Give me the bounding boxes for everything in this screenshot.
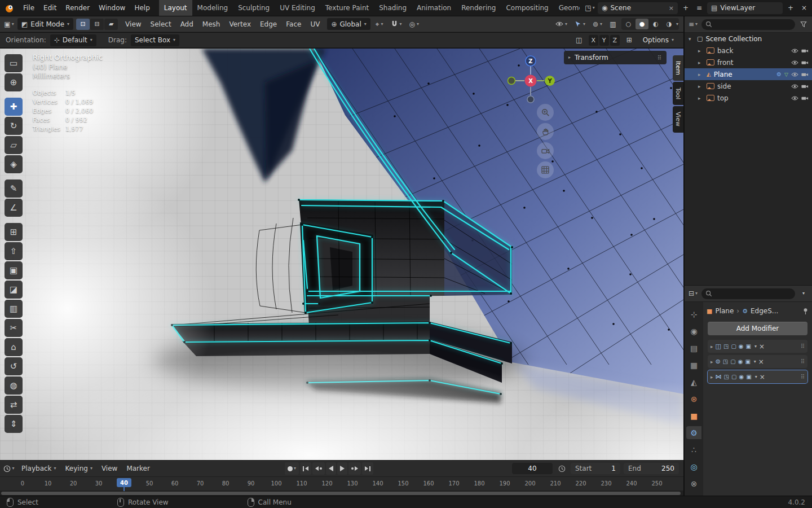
pin-icon[interactable] [802, 308, 809, 315]
rendered-shading-button[interactable]: ◑ [663, 19, 676, 29]
object-visibility-dropdown[interactable]: ▾ [553, 18, 570, 30]
render-visibility-toggle[interactable] [801, 84, 809, 89]
loop-cut-tool[interactable]: ▥ [5, 300, 23, 318]
delete-modifier-button[interactable]: × [759, 343, 765, 351]
hide-toggle[interactable] [791, 60, 798, 65]
pan-button[interactable] [537, 123, 554, 140]
modifier-editmode-toggle[interactable]: ▢ [731, 374, 736, 380]
modifier-render-toggle[interactable]: ▣ [746, 343, 751, 349]
render-visibility-toggle[interactable] [801, 72, 809, 77]
drag-mode-dropdown[interactable]: Select Box ▾ [131, 34, 179, 46]
workspace-tab-rendering[interactable]: Rendering [456, 0, 501, 16]
menu-edge[interactable]: Edge [255, 16, 281, 32]
expand-icon[interactable]: ▸ [710, 344, 713, 349]
hide-toggle[interactable] [791, 84, 798, 89]
modifier-on-cage-toggle[interactable]: ◳ [723, 343, 729, 349]
knife-tool[interactable]: ✂ [5, 319, 23, 337]
view-layer-tab[interactable]: ▦ [686, 358, 701, 371]
properties-search-input[interactable] [701, 288, 795, 299]
options-dropdown[interactable]: Options ▾ [639, 34, 678, 46]
inset-faces-tool[interactable]: ▣ [5, 261, 23, 279]
shrink-fatten-tool[interactable]: ⇕ [5, 415, 23, 433]
render-visibility-toggle[interactable] [801, 48, 809, 54]
gizmos-dropdown[interactable]: ▾ [572, 18, 588, 30]
expand-icon[interactable]: ▸ [698, 60, 704, 65]
hide-toggle[interactable] [791, 48, 798, 54]
next-keyframe-button[interactable] [348, 462, 361, 475]
proportional-editing-toggle[interactable]: ◎▾ [407, 18, 422, 30]
modifier-editmode-toggle[interactable]: ▢ [731, 343, 736, 349]
face-select-mode[interactable]: ▰ [104, 19, 118, 30]
end-frame-field[interactable]: End 250 [624, 463, 679, 474]
menu-mesh[interactable]: Mesh [198, 16, 225, 32]
outliner-item-scene-collection[interactable]: ▾ ▢ Scene Collection [685, 33, 812, 45]
poly-build-tool[interactable]: ⌂ [5, 338, 23, 356]
overlays-dropdown[interactable]: ⊚▾ [590, 18, 604, 30]
transform-tool[interactable]: ◈ [5, 155, 23, 173]
play-button[interactable] [337, 462, 347, 475]
new-viewlayer-button[interactable]: + [785, 2, 796, 14]
outliner-item-side[interactable]: ▸side [685, 80, 812, 92]
transform-panel-header[interactable]: ▸ Transform ⠿ [564, 51, 667, 64]
orientation-dropdown[interactable]: ⊹ Default ▾ [50, 34, 96, 46]
mirror-axis-y[interactable]: Y [599, 35, 609, 46]
menu-face[interactable]: Face [281, 16, 306, 32]
modifier-realtime-toggle[interactable]: ◉ [738, 358, 743, 365]
modifier-row-1[interactable]: ▸◫◳▢◉▣▾×⠿ [708, 340, 807, 353]
menu-select[interactable]: Select [146, 16, 176, 32]
render-visibility-toggle[interactable] [801, 60, 809, 65]
move-tool[interactable]: ✚ [5, 98, 23, 116]
modifier-render-toggle[interactable]: ▣ [746, 374, 751, 380]
modifier-render-toggle[interactable]: ▣ [745, 358, 750, 365]
tab-tool[interactable]: Tool [673, 82, 683, 105]
timeline-editor-icon[interactable]: ▾ [3, 463, 15, 474]
menu-edit[interactable]: Edit [39, 0, 61, 16]
scene-selector[interactable]: ◉ Scene × [598, 2, 678, 14]
jump-to-start-button[interactable] [300, 462, 311, 475]
jump-to-end-button[interactable] [362, 462, 373, 475]
outliner-item-front[interactable]: ▸front [685, 56, 812, 68]
measure-tool[interactable]: ∠ [5, 199, 23, 217]
timeline-menu-playback[interactable]: Playback▾ [17, 461, 61, 476]
navigation-gizmo[interactable]: Z X Y [505, 50, 557, 106]
mirror-axis-z[interactable]: Z [610, 35, 620, 46]
neg-y-axis-handle[interactable] [508, 77, 515, 85]
expand-icon[interactable]: ▸ [698, 95, 704, 101]
mirror-axis-x[interactable]: X [589, 35, 598, 46]
physics-tab[interactable]: ◎ [686, 460, 701, 473]
outliner-editor-icon[interactable]: ≡▾ [687, 19, 699, 30]
outliner-item-top[interactable]: ▸top [685, 92, 812, 104]
breadcrumb-object[interactable]: Plane [715, 307, 734, 315]
workspace-tab-modeling[interactable]: Modeling [192, 0, 233, 16]
scrollbar-handle[interactable] [1, 492, 681, 495]
particles-tab[interactable]: ∴ [686, 443, 701, 456]
transform-orientation-selector[interactable]: ⊕ Global ▾ [327, 18, 370, 30]
timeline-menu-marker[interactable]: Marker [122, 461, 154, 476]
pivot-point-selector[interactable]: ⌖▾ [373, 18, 386, 30]
render-tab[interactable]: ◉ [686, 325, 701, 338]
object-tab[interactable]: ■ [686, 409, 701, 422]
tab-view[interactable]: View [673, 106, 683, 132]
bevel-tool[interactable]: ◪ [5, 281, 23, 299]
wireframe-shading-button[interactable]: ○ [622, 19, 635, 29]
modifier-editmode-toggle[interactable]: ▢ [730, 358, 735, 365]
expand-icon[interactable]: ▾ [689, 36, 694, 42]
menu-file[interactable]: File [19, 0, 39, 16]
menu-window[interactable]: Window [94, 0, 130, 16]
drag-handle[interactable]: ⠿ [801, 343, 805, 349]
modifier-tab[interactable]: ⚙ [686, 426, 701, 439]
viewport-canvas[interactable]: ▭⊕✚↻▱◈✎∠⊞⇧▣◪▥✂⌂↺◍⇄⇕ Right Orthographic (… [0, 49, 683, 460]
browse-scene-icon[interactable]: ◳▾ [584, 2, 595, 14]
extras-menu-icon[interactable]: ▾ [754, 344, 757, 349]
outliner-item-back[interactable]: ▸back [685, 45, 812, 56]
drag-handle[interactable]: ⠿ [801, 374, 805, 380]
solid-shading-button[interactable]: ● [636, 19, 648, 29]
modifier-on-cage-toggle[interactable]: ◳ [724, 374, 729, 380]
world-tab[interactable]: ⊛ [686, 392, 701, 405]
extrude-region-tool[interactable]: ⇧ [5, 242, 23, 260]
play-reverse-button[interactable] [326, 462, 336, 475]
blender-logo[interactable] [0, 0, 19, 16]
scene-tab[interactable]: ◭ [686, 375, 701, 388]
smooth-tool[interactable]: ◍ [5, 376, 23, 395]
properties-editor-icon[interactable]: ⊟▾ [687, 288, 699, 299]
